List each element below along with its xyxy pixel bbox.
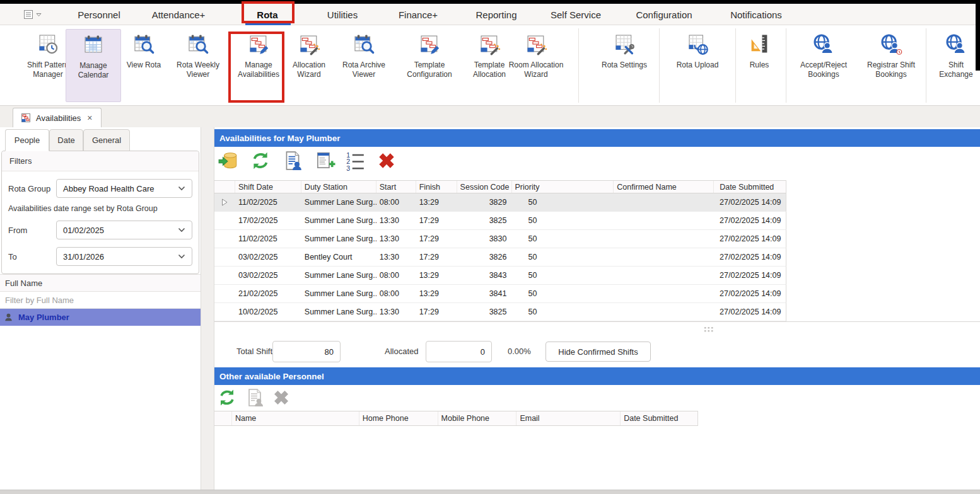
ribbon-rota-settings[interactable]: Rota Settings xyxy=(590,33,658,70)
grid-tools-icon xyxy=(613,33,636,55)
set-square-ruler-icon xyxy=(748,33,771,55)
from-date-select[interactable]: 01/02/2025 xyxy=(56,221,192,239)
menu-configuration[interactable]: Configuration xyxy=(636,4,692,25)
gantt-pencil-icon xyxy=(247,33,270,55)
availability-row[interactable]: 17/02/2025 Summer Lane Surg... 13:30 17:… xyxy=(214,212,786,230)
menu-personnel[interactable]: Personnel xyxy=(78,4,120,25)
delete-disabled-icon xyxy=(271,388,291,408)
add-availability-button[interactable] xyxy=(314,150,335,171)
person-name: May Plumber xyxy=(18,313,69,322)
menu-rota[interactable]: Rota xyxy=(257,4,277,25)
sidebar-tab-people[interactable]: People xyxy=(5,129,49,151)
close-icon[interactable]: × xyxy=(86,113,93,123)
import-data-button[interactable] xyxy=(218,150,239,171)
column-mobile-phone[interactable]: Mobile Phone xyxy=(438,411,517,425)
ribbon-registrar-shift-bookings[interactable]: Registrar Shift Bookings xyxy=(856,33,926,79)
window-list-button[interactable] xyxy=(23,8,44,21)
column-date-submitted[interactable]: Date Submitted xyxy=(621,411,697,425)
add-availability-icon xyxy=(314,150,335,171)
from-label: From xyxy=(8,226,56,235)
ribbon-group-separator xyxy=(786,28,786,103)
ribbon-manage-calendar[interactable]: Manage Calendar xyxy=(66,29,121,102)
ribbon-manage-availabilities[interactable]: Manage Availabilities xyxy=(230,33,288,79)
tab-availabilities[interactable]: Availabilities × xyxy=(13,108,102,127)
gantt-wand-icon xyxy=(525,33,547,55)
menu-utilities[interactable]: Utilities xyxy=(327,4,358,25)
availability-row[interactable]: 11/02/2025 Summer Lane Surg... 13:30 17:… xyxy=(214,230,786,248)
dropdown-arrow-icon xyxy=(36,13,42,17)
panel-splitter[interactable] xyxy=(201,127,214,490)
menu-self-service[interactable]: Self Service xyxy=(551,4,601,25)
availability-row[interactable]: 21/02/2025 Summer Lane Surg... 08:00 13:… xyxy=(214,285,786,303)
ribbon-room-allocation-wizard[interactable]: Room Allocation Wizard xyxy=(503,33,569,79)
filters-header: Filters xyxy=(2,151,199,171)
screen-edge-right xyxy=(976,0,980,71)
ribbon-rota-weekly-viewer[interactable]: Rota Weekly Viewer xyxy=(166,33,230,79)
hide-confirmed-shifts-button[interactable]: Hide Confirmed Shifts xyxy=(545,342,651,362)
column-confirmed-name[interactable]: Confirmed Name xyxy=(614,181,714,193)
person-icon xyxy=(4,313,13,322)
column-finish[interactable]: Finish xyxy=(416,181,457,193)
personnel-report-disabled-icon xyxy=(245,388,265,408)
delete-button[interactable] xyxy=(376,150,397,171)
import-data-icon xyxy=(218,150,239,171)
column-home-phone[interactable]: Home Phone xyxy=(359,411,438,425)
sidebar-tab-date[interactable]: Date xyxy=(49,129,83,151)
row-indicator-header xyxy=(214,411,232,425)
ribbon-rules[interactable]: Rules xyxy=(739,33,779,70)
sidebar-tab-general[interactable]: General xyxy=(83,129,130,151)
menu-notifications[interactable]: Notifications xyxy=(730,4,782,25)
allocated-field[interactable]: 0 xyxy=(426,341,492,362)
column-duty-station[interactable]: Duty Station xyxy=(301,181,376,193)
ribbon-allocation-wizard[interactable]: Allocation Wizard xyxy=(281,33,337,79)
svg-text:3: 3 xyxy=(346,164,350,171)
availability-row[interactable]: 11/02/2025 Summer Lane Surg... 08:00 13:… xyxy=(214,193,786,212)
rota-group-value: Abbey Road Health Care xyxy=(63,184,155,193)
screen-edge-top xyxy=(0,0,980,4)
availability-row[interactable]: 03/02/2025 Summer Lane Surg... 08:00 13:… xyxy=(214,267,786,285)
chevron-down-icon xyxy=(178,254,185,259)
column-start[interactable]: Start xyxy=(376,181,416,193)
column-session-code[interactable]: Session Code xyxy=(457,181,512,193)
total-shifts-field[interactable]: 80 xyxy=(272,341,341,362)
availability-row[interactable]: 10/02/2025 Summer Lane Surg... 13:30 17:… xyxy=(214,303,786,321)
application-window: Personnel Attendance+ Rota Utilities Fin… xyxy=(0,0,980,494)
column-priority[interactable]: Priority xyxy=(512,181,614,193)
ribbon-view-rota[interactable]: View Rota xyxy=(120,33,168,70)
column-date-submitted[interactable]: Date Submitted xyxy=(714,181,786,193)
refresh-icon xyxy=(250,150,271,171)
globe-person-icon xyxy=(945,33,967,55)
column-name[interactable]: Name xyxy=(232,411,359,425)
personnel-report-icon xyxy=(282,150,303,171)
ribbon-shift-exchange[interactable]: Shift Exchange xyxy=(932,33,980,79)
grid-bottom-border xyxy=(214,321,980,322)
ribbon-group-separator xyxy=(578,28,579,103)
menu-attendance[interactable]: Attendance+ xyxy=(152,4,206,25)
chevron-down-icon xyxy=(178,227,185,233)
column-shift-date[interactable]: Shift Date xyxy=(235,181,301,193)
ribbon-template-configuration[interactable]: Template Configuration xyxy=(396,33,463,79)
ribbon-rota-archive-viewer[interactable]: Rota Archive Viewer xyxy=(333,33,395,79)
refresh-personnel-button[interactable] xyxy=(217,388,238,409)
numbered-list-button[interactable]: 123 xyxy=(344,150,366,171)
splitter-grip[interactable] xyxy=(704,324,714,335)
menu-reporting[interactable]: Reporting xyxy=(475,4,516,25)
gantt-sheet-icon xyxy=(21,113,31,123)
to-date-select[interactable]: 31/01/2026 xyxy=(56,247,192,266)
personnel-report-button[interactable] xyxy=(282,150,303,171)
ribbon-rota-upload[interactable]: Rota Upload xyxy=(666,33,729,70)
expand-row-icon[interactable] xyxy=(214,193,235,211)
name-filter-input[interactable] xyxy=(0,292,201,309)
refresh-button[interactable] xyxy=(250,150,271,171)
to-label: To xyxy=(8,252,56,261)
sidebar-filter-panel: People Date General Filters Rota Group A… xyxy=(0,127,201,490)
person-list-item-selected[interactable]: May Plumber xyxy=(0,309,201,326)
column-email[interactable]: Email xyxy=(516,411,621,425)
globe-person-icon xyxy=(812,33,835,55)
ribbon-accept-reject-bookings[interactable]: Accept/Reject Bookings xyxy=(792,33,855,79)
rota-group-select[interactable]: Abbey Road Health Care xyxy=(56,179,192,198)
delete-personnel-button-disabled xyxy=(271,388,293,409)
menu-finance[interactable]: Finance+ xyxy=(399,4,438,25)
window-bottom-edge xyxy=(0,490,980,494)
availability-row[interactable]: 03/02/2025 Bentley Court 13:30 17:29 382… xyxy=(214,248,786,267)
